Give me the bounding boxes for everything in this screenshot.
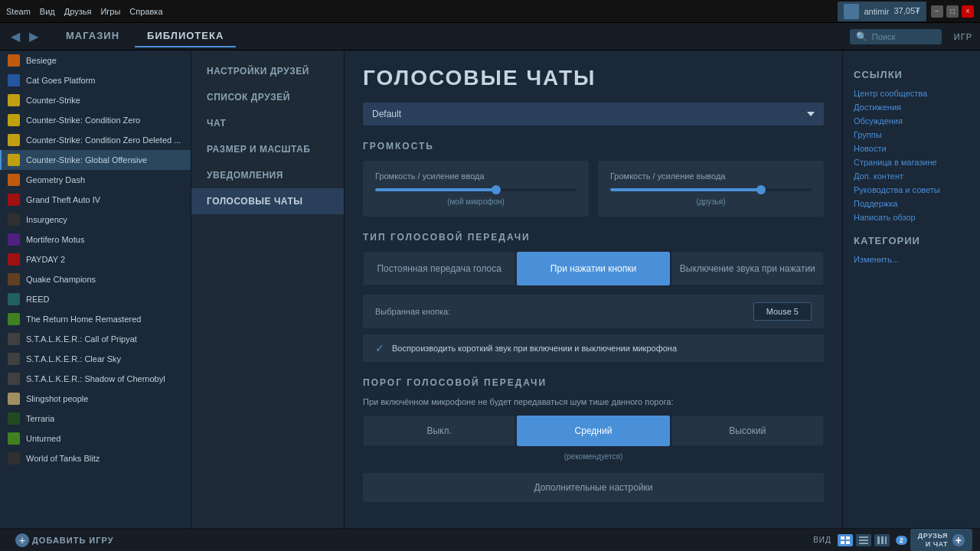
list-item[interactable]: Cat Goes Platform <box>0 70 191 90</box>
game-name: PAYDAY 2 <box>26 255 65 264</box>
list-item-active[interactable]: Counter-Strike: Global Offensive <box>0 150 191 170</box>
menu-view[interactable]: Вид <box>40 7 55 16</box>
list-item[interactable]: World of Tanks Blitz <box>0 448 191 468</box>
settings-nav-friends[interactable]: НАСТРОЙКИ ДРУЗЕЙ <box>191 58 344 84</box>
game-name: REED <box>26 295 50 304</box>
search-input[interactable] <box>872 32 933 41</box>
link-store[interactable]: Страница в магазине <box>854 155 969 169</box>
threshold-btn-off[interactable]: Выкл. <box>363 416 515 446</box>
svg-rect-6 <box>859 543 868 544</box>
game-name: The Return Home Remastered <box>26 315 141 324</box>
back-button[interactable]: ◀ <box>8 29 23 44</box>
game-name: Terraria <box>26 414 54 423</box>
content-area: ГОЛОСОВЫЕ ЧАТЫ Default ГРОМКОСТЬ Громкос… <box>345 51 842 528</box>
game-icon <box>8 94 20 106</box>
volume-input-slider[interactable] <box>375 188 577 191</box>
list-item[interactable]: Besiege <box>0 51 191 70</box>
list-item[interactable]: PAYDAY 2 <box>0 249 191 269</box>
type-btn-mute[interactable]: Выключение звука при нажатии <box>671 252 824 285</box>
link-dlc[interactable]: Доп. контент <box>854 169 969 183</box>
game-icon <box>8 273 20 285</box>
title-bar-right: antimir 37,05₮ − □ × <box>838 2 974 21</box>
list-item[interactable]: Terraria <box>0 409 191 429</box>
avatar <box>844 4 859 19</box>
list-item[interactable]: S.T.A.L.K.E.R.: Call of Pripyat <box>0 329 191 349</box>
list-item[interactable]: Grand Theft Auto IV <box>0 190 191 210</box>
list-item[interactable]: S.T.A.L.K.E.R.: Shadow of Chernobyl <box>0 369 191 389</box>
list-item[interactable]: REED <box>0 289 191 309</box>
minimize-button[interactable]: − <box>931 5 943 18</box>
link-achievements[interactable]: Достижения <box>854 100 969 114</box>
friends-chat-button[interactable]: ДРУЗЬЯИ ЧАТ + <box>910 529 972 551</box>
game-icon <box>8 293 20 305</box>
checkbox-row[interactable]: ✓ Воспроизводить короткий звук при включ… <box>363 334 824 362</box>
settings-nav-size[interactable]: РАЗМЕР И МАСШТАБ <box>191 136 344 162</box>
volume-output-label: Громкость / усиление вывода <box>610 171 812 181</box>
tab-store[interactable]: МАГАЗИН <box>54 25 132 47</box>
maximize-button[interactable]: □ <box>946 5 959 18</box>
device-selector[interactable]: Default <box>363 103 824 126</box>
user-info[interactable]: antimir 37,05₮ <box>838 2 926 21</box>
link-community[interactable]: Центр сообщества <box>854 86 969 100</box>
link-news[interactable]: Новости <box>854 142 969 155</box>
list-item[interactable]: Counter-Strike: Condition Zero <box>0 110 191 130</box>
list-item[interactable]: Quake Champions <box>0 269 191 289</box>
view-list-button[interactable] <box>856 534 871 546</box>
add-game-bar[interactable]: + ДОБАВИТЬ ИГРУ <box>8 533 114 547</box>
close-button[interactable]: × <box>962 5 974 18</box>
list-item[interactable]: Insurgency <box>0 210 191 230</box>
view-details-button[interactable] <box>874 534 890 546</box>
list-item[interactable]: Counter-Strike <box>0 90 191 110</box>
threshold-btn-high[interactable]: Высокий <box>671 416 824 446</box>
extra-settings-button[interactable]: Дополнительные настройки <box>363 473 824 502</box>
search-box[interactable]: 🔍 <box>850 29 942 44</box>
link-change-categories[interactable]: Изменить... <box>854 253 969 266</box>
link-groups[interactable]: Группы <box>854 128 969 142</box>
view-grid-button[interactable] <box>838 534 853 546</box>
volume-row: Громкость / усиление ввода (мой микрофон… <box>363 161 824 217</box>
list-item[interactable]: Slingshot people <box>0 389 191 409</box>
type-btn-continuous[interactable]: Постоянная передача голоса <box>363 252 515 285</box>
svg-rect-1 <box>846 536 850 540</box>
volume-input-box: Громкость / усиление ввода (мой микрофон… <box>363 161 589 217</box>
game-icon <box>8 412 20 425</box>
tab-library[interactable]: БИБЛИОТЕКА <box>135 25 236 47</box>
svg-rect-8 <box>881 536 884 544</box>
key-value[interactable]: Mouse 5 <box>753 302 812 321</box>
settings-nav-voice[interactable]: ГОЛОСОВЫЕ ЧАТЫ <box>191 188 344 214</box>
volume-output-slider[interactable] <box>610 188 812 191</box>
type-btn-push[interactable]: При нажатии кнопки <box>517 252 669 285</box>
slider-thumb-output[interactable] <box>756 185 766 194</box>
slider-thumb-input[interactable] <box>492 185 501 194</box>
list-item[interactable]: Counter-Strike: Condition Zero Deleted .… <box>0 130 191 150</box>
nav-bar: ◀ ▶ МАГАЗИН БИБЛИОТЕКА 🔍 ИГР <box>0 23 980 51</box>
list-item[interactable]: Mortifero Motus <box>0 230 191 249</box>
forward-button[interactable]: ▶ <box>26 29 41 44</box>
add-game-label: ДОБАВИТЬ ИГРУ <box>32 536 114 545</box>
link-discussions[interactable]: Обсуждения <box>854 114 969 128</box>
game-icon <box>8 174 20 186</box>
settings-nav-chat[interactable]: ЧАТ <box>191 110 344 136</box>
list-item[interactable]: The Return Home Remastered <box>0 309 191 329</box>
menu-friends[interactable]: Друзья <box>64 7 92 16</box>
game-icon <box>8 452 20 465</box>
list-item[interactable]: Geometry Dash <box>0 170 191 190</box>
link-support[interactable]: Поддержка <box>854 197 969 210</box>
menu-games[interactable]: Игры <box>100 7 120 16</box>
friends-chat-area: 2 ДРУЗЬЯИ ЧАТ + <box>896 529 972 551</box>
svg-rect-5 <box>859 540 868 541</box>
threshold-btn-medium[interactable]: Средний <box>517 416 669 446</box>
link-review[interactable]: Написать обзор <box>854 210 969 224</box>
menu-steam[interactable]: Steam <box>6 7 31 16</box>
links-section-title: ССЫЛКИ <box>854 69 969 80</box>
game-name: Mortifero Motus <box>26 235 84 244</box>
game-icon <box>8 253 20 266</box>
link-guides[interactable]: Руководства и советы <box>854 183 969 197</box>
menu-help[interactable]: Справка <box>129 7 162 16</box>
svg-rect-7 <box>877 536 880 544</box>
list-item[interactable]: S.T.A.L.K.E.R.: Clear Sky <box>0 349 191 369</box>
list-item[interactable]: Unturned <box>0 429 191 448</box>
settings-nav-friends-list[interactable]: СПИСОК ДРУЗЕЙ <box>191 84 344 110</box>
settings-nav-notifications[interactable]: УВЕДОМЛЕНИЯ <box>191 162 344 188</box>
game-name: Slingshot people <box>26 394 88 403</box>
